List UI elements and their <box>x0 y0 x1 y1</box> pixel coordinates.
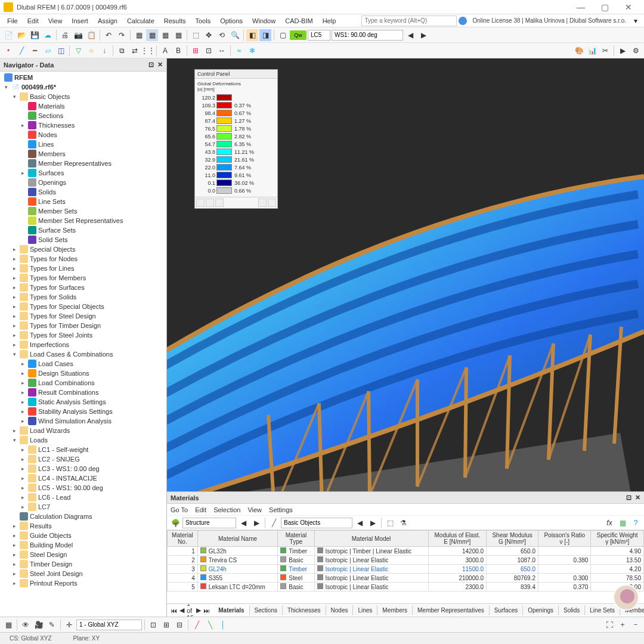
column-header[interactable]: Shear ModulusG [N/mm²] <box>487 531 538 547</box>
mp-member-icon[interactable]: ╱ <box>268 517 280 529</box>
tree-item[interactable]: ▸Types for Steel Joints <box>1 330 165 340</box>
tree-item[interactable]: Sections <box>1 111 165 120</box>
tool-support-icon[interactable]: ▽ <box>72 45 84 57</box>
undo-icon[interactable]: ↶ <box>103 29 114 41</box>
mp-menu-edit[interactable]: Edit <box>195 506 206 513</box>
cp-btn-2-icon[interactable] <box>206 199 214 207</box>
mp-prev-icon[interactable]: ◀ <box>179 606 184 614</box>
column-header[interactable]: Material Model <box>314 531 428 547</box>
tree-item[interactable]: ▾Basic Objects <box>1 92 165 101</box>
mp-breadcrumb-a[interactable] <box>182 518 236 528</box>
loadcase-desc-input[interactable] <box>332 30 403 41</box>
results-toggle-icon[interactable]: ▢ <box>277 29 289 41</box>
tree-item[interactable]: Openings <box>1 178 165 187</box>
rotate-icon[interactable]: ⟲ <box>216 29 228 41</box>
tree-item[interactable]: ▸Load Cases <box>1 359 165 369</box>
cp-btn-1-icon[interactable] <box>196 199 205 207</box>
tree-item[interactable]: ▸Result Combinations <box>1 388 165 397</box>
navigator-tree[interactable]: RFEM ▾ 📄 000499.rf6* ▾Basic ObjectsMater… <box>0 72 166 617</box>
menu-options[interactable]: Options <box>215 16 247 26</box>
expand-icon[interactable]: ▸ <box>11 294 18 300</box>
mp-first-icon[interactable]: ⏮ <box>171 607 177 614</box>
mp-filter-icon[interactable]: ⚗ <box>397 517 409 529</box>
print-icon[interactable]: 🖨 <box>59 29 71 41</box>
tree-item[interactable]: ▸Timber Design <box>1 559 165 569</box>
tab-openings[interactable]: Openings <box>523 605 559 615</box>
column-header[interactable]: Material Name <box>197 531 278 547</box>
minimize-button[interactable]: — <box>569 2 593 12</box>
tree-item[interactable]: Surface Sets <box>1 225 165 235</box>
bt-axis-icon[interactable]: ✛ <box>63 619 75 631</box>
tree-item[interactable]: ▸Load Combinations <box>1 378 165 388</box>
mp-breadcrumb-b[interactable] <box>281 518 352 528</box>
expand-icon[interactable]: ▸ <box>11 523 18 529</box>
menu-insert[interactable]: Insert <box>67 16 93 26</box>
tree-item[interactable]: ▸Steel Design <box>1 550 165 559</box>
tool-grid-icon[interactable]: ⊡ <box>203 45 215 57</box>
tree-item[interactable]: ▸Steel Joint Design <box>1 569 165 578</box>
tool-solid-icon[interactable]: ◫ <box>55 45 67 57</box>
materials-close-icon[interactable]: ✕ <box>635 494 640 501</box>
tool-node-icon[interactable]: • <box>2 45 14 57</box>
bt-cam-icon[interactable]: 🎥 <box>33 619 45 631</box>
expand-icon[interactable]: ▸ <box>11 571 18 577</box>
navigator-close-icon[interactable]: ✕ <box>157 61 163 69</box>
menu-window[interactable]: Window <box>247 16 280 26</box>
tree-item[interactable]: Materials <box>1 101 165 111</box>
tree-item[interactable]: Solid Sets <box>1 235 165 244</box>
menu-tools[interactable]: Tools <box>190 16 215 26</box>
tree-item[interactable]: Members <box>1 149 165 159</box>
mp-bc-next-icon[interactable]: ▶ <box>250 517 262 529</box>
expand-icon[interactable]: ▸ <box>11 323 18 329</box>
user-avatar[interactable] <box>613 584 639 611</box>
tab-line-sets[interactable]: Line Sets <box>585 605 620 615</box>
tab-thicknesses[interactable]: Thicknesses <box>283 605 326 615</box>
cp-btn-5-icon[interactable] <box>268 199 276 207</box>
bt-view-input[interactable] <box>76 620 142 630</box>
mp-next-icon[interactable]: ▶ <box>196 606 201 614</box>
menu-edit[interactable]: Edit <box>23 16 44 26</box>
zoom-icon[interactable]: 🔍 <box>229 29 241 41</box>
bt-zoom-out-icon[interactable]: － <box>630 619 642 631</box>
tree-item[interactable]: Solids <box>1 187 165 197</box>
camera-icon[interactable]: 📷 <box>72 29 84 41</box>
mp-menu-goto[interactable]: Go To <box>171 506 188 513</box>
save-icon[interactable]: 💾 <box>29 29 41 41</box>
mp-bc2-next-icon[interactable]: ▶ <box>367 517 379 529</box>
tool-copy-icon[interactable]: ⧉ <box>116 45 128 57</box>
mp-help-icon[interactable]: ? <box>630 517 642 529</box>
tool-section-icon[interactable]: ⊞ <box>190 45 202 57</box>
tree-item[interactable]: ▸LC1 - Self-weight <box>1 445 165 454</box>
view-mode-3-icon[interactable]: ▦ <box>159 29 171 41</box>
expand-icon[interactable]: ▸ <box>19 122 26 128</box>
expand-icon[interactable]: ▸ <box>11 246 18 252</box>
expand-icon[interactable]: ▸ <box>11 552 18 558</box>
tree-item[interactable]: Member Sets <box>1 206 165 216</box>
table-row[interactable]: 4S355SteelIsotropic | Linear Elastic2100… <box>168 574 644 583</box>
tool-member-icon[interactable]: ━ <box>29 45 41 57</box>
cell-name[interactable]: Leksan LTC d=20mm <box>197 583 278 592</box>
tree-item[interactable]: ▸LC4 - INSTALACIJE <box>1 473 165 483</box>
tree-item[interactable]: ▸Surfaces <box>1 168 165 178</box>
bt-snap-3-icon[interactable]: ⊟ <box>174 619 185 631</box>
expand-icon[interactable]: ▸ <box>11 580 18 586</box>
menu-cad-bim[interactable]: CAD-BIM <box>280 16 317 26</box>
tree-item[interactable]: ▸Thicknesses <box>1 120 165 130</box>
tool-hinge-icon[interactable]: ○ <box>85 45 97 57</box>
column-header[interactable]: Modulus of Elast.E [N/mm²] <box>428 531 487 547</box>
expand-icon[interactable]: ▸ <box>19 447 26 453</box>
expand-icon[interactable]: ▸ <box>11 313 18 319</box>
prev-lc-icon[interactable]: ◀ <box>404 29 416 41</box>
move-icon[interactable]: ✥ <box>203 29 215 41</box>
materials-table[interactable]: MaterialNo.Material NameMaterialTypeMate… <box>167 530 644 603</box>
tree-item[interactable]: ▸Design Situations <box>1 369 165 378</box>
maximize-button[interactable]: ▢ <box>593 2 617 12</box>
expand-icon[interactable]: ▸ <box>11 342 18 348</box>
tree-item[interactable]: ▸Types for Lines <box>1 264 165 273</box>
tree-item[interactable]: ▸Load Wizards <box>1 426 165 435</box>
table-row[interactable]: 2Trevira CSBasicIsotropic | Linear Elast… <box>168 556 644 565</box>
column-header[interactable]: Poisson's Ratioν [-] <box>538 531 591 547</box>
tree-item[interactable]: ▸Types for Timber Design <box>1 321 165 330</box>
cell-name[interactable]: Trevira CS <box>197 556 278 565</box>
menu-calculate[interactable]: Calculate <box>122 16 159 26</box>
